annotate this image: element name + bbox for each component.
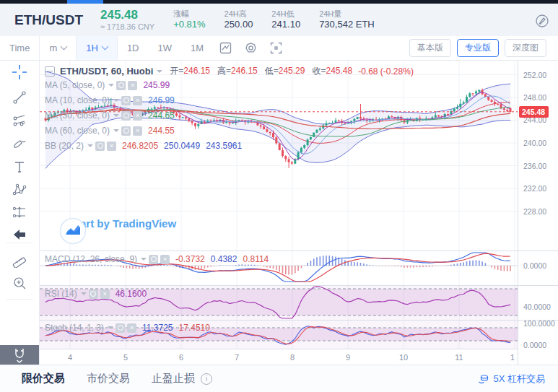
gear-icon	[97, 143, 103, 149]
indicator-settings-button[interactable]	[238, 36, 263, 60]
overlay-remove-button[interactable]: ×	[133, 126, 142, 136]
ruler-icon	[12, 252, 27, 268]
magnet-mode-button[interactable]	[0, 345, 39, 365]
chart-toolbar: Time m 1H 1D 1W 1M 基本版 专业版 深度图	[0, 36, 558, 61]
fullscreen-icon	[270, 42, 282, 54]
stoch-legend-row: Stoch (14, 1, 3) × 11.3725 17.4510	[45, 323, 210, 333]
last-price-tag: 245.48	[519, 106, 549, 118]
pane-separator[interactable]	[40, 251, 558, 251]
stat-change: 涨幅 +0.81%	[173, 9, 205, 31]
interval-1w[interactable]: 1W	[149, 36, 182, 60]
interval-1m[interactable]: 1M	[181, 36, 213, 60]
tab-stop-order[interactable]: 止盈止损	[152, 372, 195, 386]
overlay-remove-button[interactable]: ×	[133, 111, 142, 121]
legend-change: -0.68 (-0.28%)	[358, 66, 414, 77]
time-axis[interactable]: 4 5 6 7 8 9 10 11 1	[40, 349, 518, 365]
collapse-legend-icon[interactable]	[45, 66, 55, 77]
view-pro-button[interactable]: 专业版	[457, 39, 499, 57]
leverage-link[interactable]: 5X 杠杆交易	[478, 373, 545, 386]
gear-icon	[123, 97, 129, 103]
price-tick: 248.00	[523, 93, 546, 102]
price-tick: 232.00	[523, 184, 546, 193]
time-tick: 4	[68, 353, 72, 362]
overlay-settings-button[interactable]	[121, 111, 131, 121]
pane-separator[interactable]	[40, 285, 558, 286]
view-basic-button[interactable]: 基本版	[409, 39, 451, 57]
time-tick: 7	[235, 353, 239, 362]
overlay-settings-button[interactable]	[121, 96, 131, 105]
projection-tool[interactable]	[0, 202, 39, 222]
crosshair-tool[interactable]	[0, 62, 39, 82]
interval-1d[interactable]: 1D	[118, 36, 149, 60]
time-tick: 10	[399, 353, 408, 362]
measure-tool[interactable]	[0, 250, 39, 270]
chevron-down-icon	[108, 326, 113, 329]
trend-line-tool[interactable]	[0, 87, 39, 108]
time-tick: 6	[179, 353, 183, 362]
time-tick: 11	[455, 353, 463, 362]
chevron-down-icon	[61, 43, 68, 51]
price-tick: 252.00	[523, 71, 546, 79]
sidebar-divider	[6, 299, 33, 300]
overlay-remove-button[interactable]: ×	[133, 96, 142, 105]
overlay-row-ma5: MA (5, close, 0) × 245.99	[45, 80, 170, 90]
chevron-down-icon	[108, 84, 114, 87]
price-tick: 236.00	[523, 162, 546, 170]
chart-region: Chart by TradingView ETH/USDT, 60, Huobi…	[40, 61, 518, 365]
interval-minute-dropdown[interactable]: m	[40, 36, 77, 60]
overlay-remove-button[interactable]: ×	[128, 81, 137, 90]
chart-style-button[interactable]	[213, 36, 238, 60]
fullscreen-button[interactable]	[263, 36, 289, 60]
chevron-down-icon	[113, 99, 119, 102]
indicator-remove-button[interactable]: ×	[160, 255, 170, 264]
gear-icon	[118, 82, 124, 88]
legend-title[interactable]: ETH/USDT, 60, Huobi	[60, 66, 153, 77]
indicator-settings-button[interactable]	[149, 255, 158, 264]
arrow-left-icon	[13, 229, 26, 240]
overlay-settings-button[interactable]	[116, 81, 126, 90]
sidebar-divider	[6, 243, 33, 243]
stoch-axis-tick: 0.0000	[523, 341, 546, 349]
tab-limit-order[interactable]: 限价交易	[22, 372, 65, 386]
tab-market-order[interactable]: 市价交易	[87, 372, 130, 386]
overlay-row-ma60: MA (60, close, 0) × 244.55	[45, 126, 175, 136]
gear-icon	[245, 42, 257, 54]
text-tool[interactable]	[0, 157, 39, 177]
view-mode-group: 基本版 专业版 深度图	[409, 36, 552, 60]
collapse-toolbar-button[interactable]	[0, 225, 39, 245]
candlestick-style-icon	[219, 42, 232, 54]
indicator-settings-button[interactable]	[115, 323, 125, 333]
gann-fibonacci-tool[interactable]	[0, 111, 39, 131]
overlay-settings-button[interactable]	[95, 141, 105, 151]
main-legend-row: ETH/USDT, 60, Huobi 开=246.15 高=246.15 低=…	[45, 65, 414, 77]
pane-separator[interactable]	[40, 320, 558, 321]
overlay-row-ma10: MA (10, close, 0) × 246.99	[45, 95, 175, 105]
last-price: 245.48	[100, 9, 154, 22]
price-tick: 240.00	[523, 139, 546, 147]
theme-brush-icon[interactable]	[535, 14, 549, 28]
brush-tool[interactable]	[0, 134, 39, 154]
trend-line-icon	[12, 90, 27, 105]
info-icon[interactable]: i	[201, 373, 212, 385]
gear-icon	[123, 128, 129, 134]
price-axis[interactable]: 252.00 248.00 244.00 240.00 236.00 232.0…	[518, 61, 558, 365]
ohlc-high: 高=246.15	[217, 65, 258, 77]
indicator-settings-button[interactable]	[89, 289, 98, 299]
interval-time[interactable]: Time	[0, 36, 40, 60]
interval-hour-dropdown[interactable]: 1H	[77, 36, 118, 60]
gear-icon	[123, 113, 129, 118]
chevron-down-icon	[113, 114, 119, 117]
chart-canvas[interactable]	[40, 61, 518, 365]
xabcd-pattern-tool[interactable]	[0, 180, 39, 200]
projection-icon	[12, 205, 27, 219]
overlay-settings-button[interactable]	[121, 126, 131, 136]
overlay-row-bb: BB (20, 2) × 246.8205 250.0449 243.5961	[45, 141, 242, 151]
ohlc-open: 开=246.15	[170, 65, 210, 77]
rsi-axis-tick: 40.0000	[523, 302, 551, 311]
zoom-in-tool[interactable]	[0, 273, 39, 293]
indicator-remove-button[interactable]: ×	[100, 289, 110, 299]
overlay-remove-button[interactable]: ×	[107, 141, 116, 151]
view-depth-button[interactable]: 深度图	[505, 39, 546, 57]
price-block: 245.48 ≈ 1718.36 CNY	[100, 9, 154, 32]
indicator-remove-button[interactable]: ×	[127, 323, 136, 333]
